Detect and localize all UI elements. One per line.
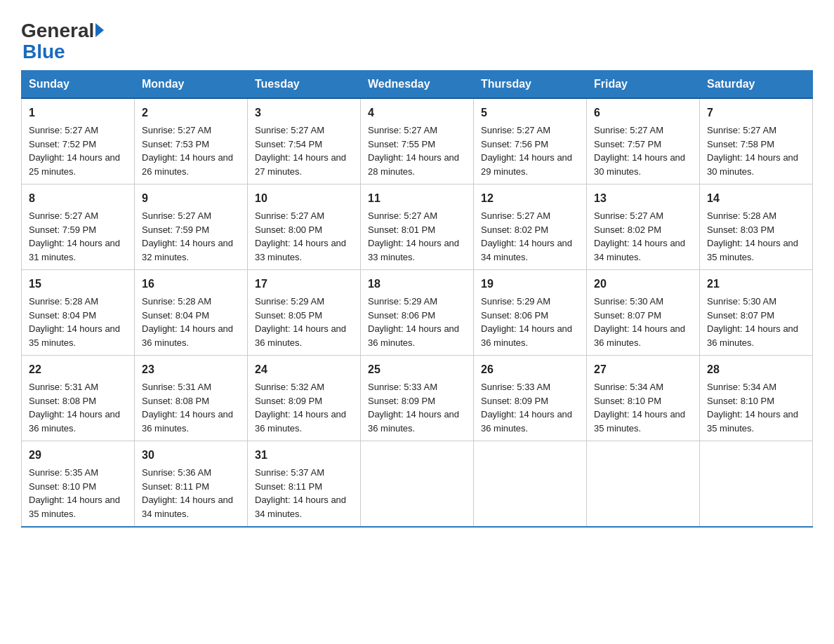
daylight-text: Daylight: 14 hours and 27 minutes. [255, 152, 346, 177]
daylight-text: Daylight: 14 hours and 30 minutes. [707, 152, 798, 177]
day-number: 2 [142, 105, 240, 121]
calendar-cell [700, 441, 813, 528]
sunset-text: Sunset: 8:09 PM [255, 396, 322, 406]
calendar-cell: 29Sunrise: 5:35 AMSunset: 8:10 PMDayligh… [22, 441, 135, 528]
calendar-cell: 8Sunrise: 5:27 AMSunset: 7:59 PMDaylight… [22, 185, 135, 270]
sunrise-text: Sunrise: 5:28 AM [29, 296, 98, 307]
sunset-text: Sunset: 8:10 PM [29, 481, 96, 492]
page-header: General Blue [21, 14, 813, 63]
day-number: 7 [707, 105, 805, 121]
calendar-cell: 7Sunrise: 5:27 AMSunset: 7:58 PMDaylight… [700, 98, 813, 185]
day-number: 29 [29, 447, 127, 464]
sunrise-text: Sunrise: 5:31 AM [29, 382, 98, 392]
daylight-text: Daylight: 14 hours and 34 minutes. [481, 238, 572, 262]
sunrise-text: Sunrise: 5:27 AM [255, 125, 324, 135]
calendar-cell: 12Sunrise: 5:27 AMSunset: 8:02 PMDayligh… [474, 185, 587, 270]
sunset-text: Sunset: 8:04 PM [142, 310, 209, 321]
day-number: 15 [29, 276, 127, 293]
sunrise-text: Sunrise: 5:28 AM [142, 296, 211, 307]
day-number: 13 [594, 190, 692, 207]
daylight-text: Daylight: 14 hours and 33 minutes. [255, 238, 346, 262]
daylight-text: Daylight: 14 hours and 31 minutes. [29, 238, 120, 262]
daylight-text: Daylight: 14 hours and 28 minutes. [368, 152, 459, 177]
day-number: 5 [481, 105, 579, 121]
sunrise-text: Sunrise: 5:29 AM [368, 296, 437, 307]
sunset-text: Sunset: 7:54 PM [255, 139, 322, 149]
sunrise-text: Sunrise: 5:33 AM [481, 382, 550, 392]
day-number: 4 [368, 105, 466, 121]
sunrise-text: Sunrise: 5:30 AM [707, 296, 776, 307]
daylight-text: Daylight: 14 hours and 36 minutes. [142, 323, 233, 348]
sunrise-text: Sunrise: 5:27 AM [368, 125, 437, 135]
header-saturday: Saturday [700, 71, 813, 99]
header-sunday: Sunday [22, 71, 135, 99]
sunset-text: Sunset: 8:06 PM [368, 310, 435, 321]
sunset-text: Sunset: 7:58 PM [707, 139, 774, 149]
day-number: 1 [29, 105, 127, 121]
daylight-text: Daylight: 14 hours and 36 minutes. [594, 323, 685, 348]
calendar-cell: 19Sunrise: 5:29 AMSunset: 8:06 PMDayligh… [474, 270, 587, 356]
daylight-text: Daylight: 14 hours and 36 minutes. [368, 409, 459, 434]
day-number: 28 [707, 361, 805, 378]
calendar-cell: 2Sunrise: 5:27 AMSunset: 7:53 PMDaylight… [135, 98, 248, 185]
day-number: 24 [255, 361, 353, 378]
day-number: 27 [594, 361, 692, 378]
sunset-text: Sunset: 7:57 PM [594, 139, 661, 149]
sunset-text: Sunset: 8:08 PM [29, 396, 96, 406]
sunset-text: Sunset: 8:11 PM [255, 481, 322, 492]
sunset-text: Sunset: 8:08 PM [142, 396, 209, 406]
sunset-text: Sunset: 8:07 PM [707, 310, 774, 321]
calendar-cell: 21Sunrise: 5:30 AMSunset: 8:07 PMDayligh… [700, 270, 813, 356]
calendar-cell: 6Sunrise: 5:27 AMSunset: 7:57 PMDaylight… [587, 98, 700, 185]
sunset-text: Sunset: 8:00 PM [255, 224, 322, 235]
sunrise-text: Sunrise: 5:27 AM [142, 125, 211, 135]
logo-general: General [21, 21, 94, 41]
sunrise-text: Sunrise: 5:27 AM [707, 125, 776, 135]
day-number: 6 [594, 105, 692, 121]
day-number: 22 [29, 361, 127, 378]
sunrise-text: Sunrise: 5:29 AM [481, 296, 550, 307]
sunrise-text: Sunrise: 5:28 AM [707, 210, 776, 221]
daylight-text: Daylight: 14 hours and 36 minutes. [368, 323, 459, 348]
sunrise-text: Sunrise: 5:34 AM [594, 382, 663, 392]
sunset-text: Sunset: 8:02 PM [594, 224, 661, 235]
sunrise-text: Sunrise: 5:27 AM [481, 210, 550, 221]
day-number: 16 [142, 276, 240, 293]
sunset-text: Sunset: 7:55 PM [368, 139, 435, 149]
sunset-text: Sunset: 8:02 PM [481, 224, 548, 235]
sunset-text: Sunset: 8:05 PM [255, 310, 322, 321]
daylight-text: Daylight: 14 hours and 35 minutes. [707, 238, 798, 262]
day-number: 8 [29, 190, 127, 207]
sunrise-text: Sunrise: 5:29 AM [255, 296, 324, 307]
calendar-cell: 20Sunrise: 5:30 AMSunset: 8:07 PMDayligh… [587, 270, 700, 356]
daylight-text: Daylight: 14 hours and 35 minutes. [707, 409, 798, 434]
calendar-header-row: SundayMondayTuesdayWednesdayThursdayFrid… [22, 71, 813, 99]
day-number: 26 [481, 361, 579, 378]
calendar-cell: 13Sunrise: 5:27 AMSunset: 8:02 PMDayligh… [587, 185, 700, 270]
daylight-text: Daylight: 14 hours and 34 minutes. [142, 495, 233, 519]
calendar-cell [587, 441, 700, 528]
day-number: 11 [368, 190, 466, 207]
day-number: 25 [368, 361, 466, 378]
calendar-cell: 27Sunrise: 5:34 AMSunset: 8:10 PMDayligh… [587, 356, 700, 441]
day-number: 14 [707, 190, 805, 207]
calendar-cell: 10Sunrise: 5:27 AMSunset: 8:00 PMDayligh… [248, 185, 361, 270]
daylight-text: Daylight: 14 hours and 35 minutes. [29, 495, 120, 519]
calendar-cell: 15Sunrise: 5:28 AMSunset: 8:04 PMDayligh… [22, 270, 135, 356]
logo: General Blue [21, 21, 104, 63]
calendar-cell: 25Sunrise: 5:33 AMSunset: 8:09 PMDayligh… [361, 356, 474, 441]
week-row-3: 15Sunrise: 5:28 AMSunset: 8:04 PMDayligh… [22, 270, 813, 356]
daylight-text: Daylight: 14 hours and 35 minutes. [29, 323, 120, 348]
calendar-cell: 24Sunrise: 5:32 AMSunset: 8:09 PMDayligh… [248, 356, 361, 441]
day-number: 19 [481, 276, 579, 293]
sunrise-text: Sunrise: 5:27 AM [594, 210, 663, 221]
daylight-text: Daylight: 14 hours and 33 minutes. [368, 238, 459, 262]
sunset-text: Sunset: 8:10 PM [594, 396, 661, 406]
day-number: 21 [707, 276, 805, 293]
sunrise-text: Sunrise: 5:34 AM [707, 382, 776, 392]
sunrise-text: Sunrise: 5:32 AM [255, 382, 324, 392]
calendar-cell: 9Sunrise: 5:27 AMSunset: 7:59 PMDaylight… [135, 185, 248, 270]
calendar-cell: 22Sunrise: 5:31 AMSunset: 8:08 PMDayligh… [22, 356, 135, 441]
logo-blue: Blue [22, 41, 104, 63]
daylight-text: Daylight: 14 hours and 26 minutes. [142, 152, 233, 177]
